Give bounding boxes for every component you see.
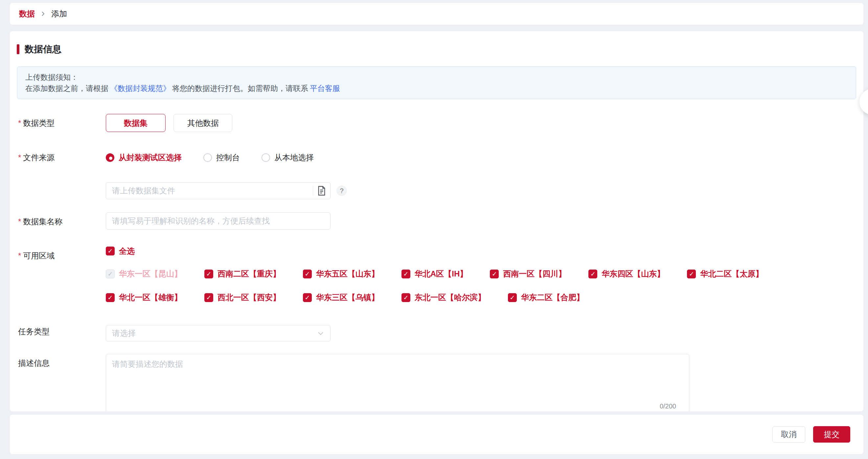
form-row-task-type: 任务类型 请选择 — [18, 322, 863, 341]
checkbox-checked-icon: ✓ — [401, 269, 410, 278]
description-label: 描述信息 — [18, 354, 106, 412]
form-row-description: 描述信息 0/200 — [18, 354, 863, 412]
radio-from-local[interactable]: 从本地选择 — [261, 152, 314, 163]
data-type-options: 数据集 其他数据 — [106, 114, 863, 132]
description-textarea[interactable] — [106, 354, 689, 412]
breadcrumb: 数据 添加 — [10, 3, 863, 25]
region-checkbox-huadong4-shandong[interactable]: ✓ 华东四区【山东】 — [588, 269, 664, 279]
section-title: 数据信息 — [25, 43, 61, 56]
region-checkbox-xibei1-xian[interactable]: ✓ 西北一区【西安】 — [204, 292, 281, 303]
radio-console[interactable]: 控制台 — [204, 152, 240, 163]
description-field: 0/200 — [106, 354, 689, 412]
file-picker-button[interactable] — [313, 183, 330, 199]
data-info-card: 数据信息 上传数据须知： 在添加数据之前，请根据《数据封装规范》将您的数据进行打… — [10, 31, 863, 412]
checkbox-checked-icon: ✓ — [490, 269, 499, 278]
checkbox-checked-icon: ✓ — [303, 269, 312, 278]
breadcrumb-item-add: 添加 — [51, 8, 67, 19]
dataset-file-upload-field — [106, 182, 331, 199]
checkbox-checked-icon: ✓ — [106, 247, 115, 256]
regions-label: *可用区域 — [18, 247, 106, 303]
form-row-dataset-name: *数据集名称 — [18, 212, 863, 230]
required-marker: * — [18, 153, 21, 162]
region-checkbox-huadong2-hefei[interactable]: ✓ 华东二区【合肥】 — [508, 292, 584, 303]
dataset-name-input[interactable] — [106, 213, 330, 229]
chevron-down-icon — [317, 330, 324, 337]
form-row-data-type: *数据类型 数据集 其他数据 — [18, 114, 863, 132]
cancel-button[interactable]: 取消 — [772, 426, 805, 442]
required-marker: * — [18, 119, 21, 127]
radio-unselected-icon — [261, 153, 270, 162]
checkbox-checked-icon: ✓ — [687, 269, 696, 278]
chevron-right-icon — [40, 11, 46, 17]
document-icon — [317, 186, 326, 196]
region-checkbox-huabei1-xiongheng[interactable]: ✓ 华北一区【雄衡】 — [106, 292, 182, 303]
radio-from-packaging-test-area[interactable]: 从封装测试区选择 — [106, 152, 182, 163]
upload-help-icon[interactable]: ? — [336, 186, 347, 196]
notice-line-2: 在添加数据之前，请根据《数据封装规范》将您的数据进行打包。如需帮助，请联系平台客… — [25, 83, 848, 94]
dataset-name-label: *数据集名称 — [18, 212, 106, 230]
region-select-all-checkbox[interactable]: ✓ 全选 — [106, 246, 135, 256]
region-checkbox-huadong3-wuzhen[interactable]: ✓ 华东三区【乌镇】 — [303, 292, 379, 303]
required-marker: * — [18, 251, 21, 260]
checkbox-checked-icon: ✓ — [204, 269, 213, 278]
required-marker: * — [18, 217, 21, 226]
section-accent-bar — [17, 44, 20, 54]
file-source-radio-group: 从封装测试区选择 控制台 从本地选择 — [106, 149, 863, 166]
checkbox-checked-icon: ✓ — [106, 293, 115, 302]
region-checkbox-xinan2-chongqing[interactable]: ✓ 西南二区【重庆】 — [204, 269, 281, 279]
region-checkbox-huabei2-taiyuan[interactable]: ✓ 华北二区【太原】 — [687, 269, 763, 279]
task-type-select[interactable]: 请选择 — [106, 325, 331, 341]
region-row-2: ✓ 华北一区【雄衡】 ✓ 西北一区【西安】 ✓ 华东三区【乌镇】 ✓ 东北一区【… — [106, 292, 863, 303]
upload-row: ? — [106, 166, 863, 199]
dataset-name-field — [106, 212, 331, 230]
region-checkbox-huadong1-kunshan: ✓ 华东一区【昆山】 — [106, 269, 182, 279]
data-type-option-other[interactable]: 其他数据 — [174, 114, 232, 132]
file-source-label: *文件来源 — [18, 149, 106, 199]
checkbox-checked-icon: ✓ — [588, 269, 597, 278]
packaging-spec-link[interactable]: 《数据封装规范》 — [110, 84, 170, 93]
form-row-regions: *可用区域 ✓ 全选 ✓ 华东一区【昆山】 ✓ 西南二区【重庆】 — [18, 247, 863, 303]
checkbox-checked-icon: ✓ — [401, 293, 410, 302]
radio-selected-icon — [106, 153, 114, 162]
task-type-label: 任务类型 — [18, 322, 106, 341]
data-info-form: *数据类型 数据集 其他数据 *文件来源 从封装测试区选择 — [10, 114, 863, 412]
region-checkbox-huabeiA-IH[interactable]: ✓ 华北A区【IH】 — [401, 269, 467, 279]
region-row-1: ✓ 华东一区【昆山】 ✓ 西南二区【重庆】 ✓ 华东五区【山东】 ✓ 华北A区【… — [106, 269, 863, 279]
platform-support-link[interactable]: 平台客服 — [310, 84, 340, 93]
radio-unselected-icon — [204, 153, 212, 162]
breadcrumb-item-data[interactable]: 数据 — [19, 8, 35, 19]
checkbox-checked-disabled-icon: ✓ — [106, 269, 115, 278]
footer-action-bar: 取消 提交 — [10, 415, 863, 454]
checkbox-checked-icon: ✓ — [303, 293, 312, 302]
form-row-file-source: *文件来源 从封装测试区选择 控制台 从本地选择 — [18, 149, 863, 199]
checkbox-checked-icon: ✓ — [508, 293, 517, 302]
data-type-label: *数据类型 — [18, 114, 106, 132]
task-type-placeholder: 请选择 — [112, 328, 136, 338]
dataset-file-input[interactable] — [106, 183, 313, 199]
region-checkbox-huadong5-shandong[interactable]: ✓ 华东五区【山东】 — [303, 269, 379, 279]
submit-button[interactable]: 提交 — [813, 426, 850, 442]
region-checkbox-dongbei1-haerbin[interactable]: ✓ 东北一区【哈尔滨】 — [401, 292, 486, 303]
char-counter: 0/200 — [660, 402, 676, 410]
checkbox-checked-icon: ✓ — [204, 293, 213, 302]
data-type-option-dataset[interactable]: 数据集 — [106, 114, 165, 132]
notice-line-1: 上传数据须知： — [25, 72, 848, 83]
upload-notice-banner: 上传数据须知： 在添加数据之前，请根据《数据封装规范》将您的数据进行打包。如需帮… — [17, 66, 856, 99]
region-checkbox-xinan1-sichuan[interactable]: ✓ 西南一区【四川】 — [490, 269, 566, 279]
section-header: 数据信息 — [17, 43, 863, 56]
